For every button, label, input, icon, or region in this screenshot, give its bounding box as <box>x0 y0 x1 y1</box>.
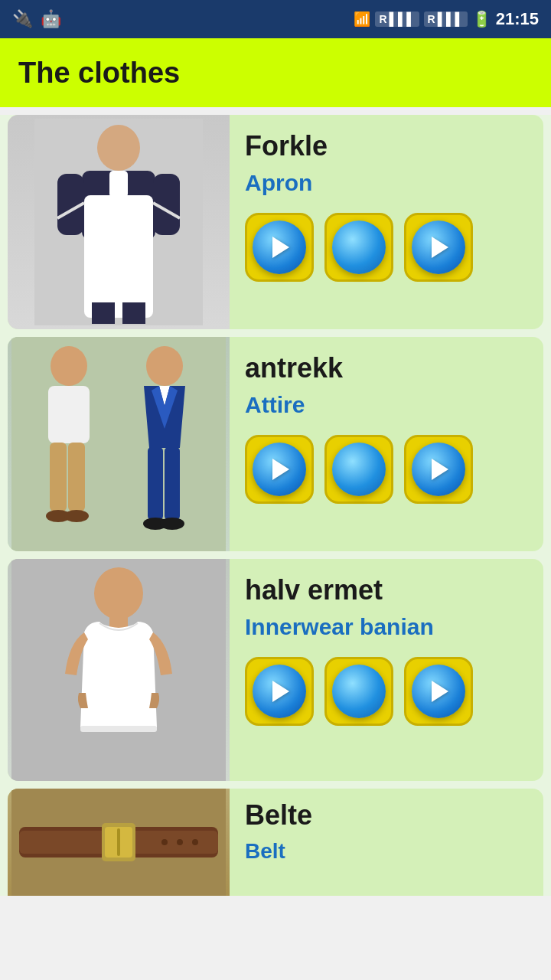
blue-circle-info-attire <box>332 443 386 496</box>
svg-rect-15 <box>68 443 85 511</box>
card-info-belt: Belte Belt <box>230 789 543 896</box>
blue-circle-play-1 <box>253 220 306 274</box>
play-button-2-apron[interactable] <box>404 213 473 282</box>
android-icon: 🤖 <box>41 9 61 29</box>
blue-circle-play-2-attire <box>412 443 465 496</box>
play-triangle-innerwear-2 <box>432 681 448 702</box>
svg-point-28 <box>94 567 143 619</box>
svg-rect-5 <box>84 195 153 318</box>
play-button-2-attire[interactable] <box>404 435 473 504</box>
clock: 21:15 <box>496 9 539 29</box>
native-word-innerwear: halv ermet <box>245 574 528 606</box>
svg-point-40 <box>161 839 168 845</box>
translation-apron: Apron <box>245 170 528 196</box>
play-triangle-attire-1 <box>272 459 289 480</box>
translation-belt: Belt <box>245 839 528 864</box>
svg-rect-32 <box>80 726 157 732</box>
card-image-innerwear <box>8 559 230 781</box>
signal-r-label: R <box>379 13 386 25</box>
native-word-belt: Belte <box>245 799 528 831</box>
info-button-attire[interactable] <box>324 435 393 504</box>
svg-rect-13 <box>48 386 90 443</box>
blue-circle-play-1-attire <box>253 443 306 496</box>
play-button-1-apron[interactable] <box>245 213 314 282</box>
buttons-row-apron <box>245 213 528 282</box>
svg-point-1 <box>97 125 140 171</box>
blue-circle-info-innerwear <box>332 665 386 718</box>
content-area: Forkle Apron <box>0 115 551 896</box>
svg-point-18 <box>146 346 183 386</box>
card-attire: antrekk Attire <box>8 337 543 551</box>
signal-bars-2: ▌▌▌ <box>438 12 464 26</box>
svg-point-26 <box>160 518 184 530</box>
svg-point-17 <box>64 510 89 522</box>
translation-innerwear: Innerwear banian <box>245 614 528 640</box>
svg-rect-14 <box>50 443 67 511</box>
blue-circle-play-1-innerwear <box>253 665 306 718</box>
info-button-innerwear[interactable] <box>324 657 393 726</box>
status-left-icons: 🔌 🤖 <box>12 9 61 29</box>
svg-point-41 <box>192 839 198 845</box>
innerwear-svg <box>11 559 226 781</box>
play-button-1-innerwear[interactable] <box>245 657 314 726</box>
translation-attire: Attire <box>245 392 528 418</box>
svg-rect-24 <box>165 447 180 520</box>
card-image-attire <box>8 337 230 551</box>
native-word-apron: Forkle <box>245 130 528 162</box>
play-triangle-icon-2 <box>432 237 448 258</box>
card-belt-partial: Belte Belt <box>8 789 543 896</box>
play-triangle-innerwear-1 <box>272 681 289 702</box>
card-info-innerwear: halv ermet Innerwear banian <box>230 559 543 781</box>
signal-r2-label: R <box>428 13 435 25</box>
play-triangle-attire-2 <box>432 459 448 480</box>
signal-block-2: R ▌▌▌ <box>424 11 468 27</box>
svg-rect-10 <box>122 302 145 324</box>
signal-block-1: R ▌▌▌ <box>375 11 419 27</box>
svg-rect-9 <box>92 302 115 324</box>
svg-point-12 <box>51 346 87 386</box>
svg-rect-38 <box>117 828 120 856</box>
card-innerwear: halv ermet Innerwear banian <box>8 559 543 781</box>
card-image-apron <box>8 115 230 329</box>
app-title: The clothes <box>18 57 180 90</box>
belt-svg <box>11 789 226 896</box>
svg-rect-11 <box>11 337 226 551</box>
play-triangle-icon <box>272 237 289 258</box>
play-button-2-innerwear[interactable] <box>404 657 473 726</box>
svg-rect-23 <box>148 447 163 520</box>
blue-circle-play-2 <box>412 220 465 274</box>
status-bar: 🔌 🤖 📶 R ▌▌▌ R ▌▌▌ 🔋 21:15 <box>0 0 551 38</box>
signal-bars-1: ▌▌▌ <box>390 12 416 26</box>
battery-icon: 🔋 <box>472 10 491 28</box>
blue-circle-info <box>332 220 386 274</box>
card-apron: Forkle Apron <box>8 115 543 329</box>
buttons-row-attire <box>245 435 528 504</box>
card-image-belt <box>8 789 230 896</box>
attire-figure-svg <box>11 337 226 551</box>
native-word-attire: antrekk <box>245 352 528 384</box>
app-header: The clothes <box>0 38 551 107</box>
play-button-1-attire[interactable] <box>245 435 314 504</box>
wifi-icon: 📶 <box>354 11 370 28</box>
buttons-row-innerwear <box>245 657 528 726</box>
card-info-attire: antrekk Attire <box>230 337 543 551</box>
blue-circle-play-2-innerwear <box>412 665 465 718</box>
card-info-apron: Forkle Apron <box>230 115 543 329</box>
svg-rect-6 <box>109 171 128 198</box>
svg-point-39 <box>177 839 183 845</box>
apron-figure-svg <box>34 119 203 325</box>
usb-icon: 🔌 <box>12 9 33 29</box>
status-right-icons: 📶 R ▌▌▌ R ▌▌▌ 🔋 21:15 <box>354 9 539 29</box>
info-button-apron[interactable] <box>324 213 393 282</box>
